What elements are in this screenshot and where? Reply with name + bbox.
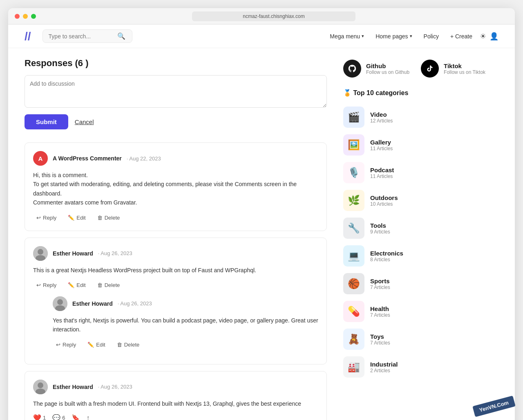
category-count: 12 Articles [370, 118, 393, 124]
github-text: Github Follow us on Github [366, 62, 409, 75]
comment-date: · Aug 26, 2023 [98, 384, 132, 390]
reply-button[interactable]: ↩ Reply [53, 340, 79, 349]
category-item[interactable]: 💊 Health 7 Articles [343, 298, 498, 325]
edit-button[interactable]: ✏️ Edit [65, 280, 89, 290]
bookmark-reaction[interactable]: 🔖 [72, 414, 80, 420]
category-item[interactable]: 🧸 Toys 7 Articles [343, 325, 498, 353]
url-bar: ncmaz-faust.chisnghiax.com [192, 11, 355, 21]
categories-title: 🏅 Top 10 categories [343, 89, 498, 97]
bookmark-icon: 🔖 [72, 414, 80, 420]
comment-card: Esther Howard · Aug 26, 2023 Yes that's … [53, 296, 318, 349]
category-count: 11 Articles [370, 146, 393, 151]
edit-button[interactable]: ✏️ Edit [65, 213, 89, 222]
category-item[interactable]: 🖼️ Gallery 11 Articles [343, 131, 498, 159]
form-actions: Submit Cancel [25, 114, 327, 129]
category-thumbnail: 🌿 [343, 190, 364, 211]
comment-body: The page is built with a fresh modern UI… [33, 399, 318, 408]
avatar: A [33, 151, 48, 166]
category-info: Tools 9 Articles [370, 222, 390, 235]
comment-card: A A WordPress Commenter · Aug 22, 2023 H… [25, 142, 327, 231]
reply-icon: ↩ [56, 342, 60, 348]
svg-point-4 [57, 299, 63, 305]
maximize-dot [31, 14, 36, 19]
category-item[interactable]: 🔧 Tools 9 Articles [343, 214, 498, 242]
category-count: 10 Articles [370, 201, 398, 207]
category-info: Toys 7 Articles [370, 333, 390, 346]
category-item[interactable]: 🌿 Outdoors 10 Articles [343, 187, 498, 214]
comment-body: Yes that's right, Nextjs is powerful. Yo… [53, 316, 318, 334]
share-reaction[interactable]: ↑ [86, 414, 89, 420]
social-row: Github Follow us on Github Tiktok Follow… [343, 56, 498, 78]
comment-author: A WordPress Commenter [53, 155, 122, 162]
chevron-down-icon: ▾ [362, 33, 364, 39]
comment-author: Esther Howard [72, 300, 113, 307]
heart-reaction: ❤️ 1 [33, 414, 46, 420]
reply-icon: ↩ [36, 215, 41, 221]
submit-button[interactable]: Submit [25, 114, 68, 129]
reply-button[interactable]: ↩ Reply [33, 213, 60, 222]
category-info: Video 12 Articles [370, 111, 393, 124]
category-thumbnail: 🖼️ [343, 134, 364, 156]
github-social[interactable]: Github Follow us on Github [343, 60, 409, 78]
theme-toggle-icon[interactable]: ☀ [480, 32, 486, 41]
category-item[interactable]: 🎙️ Podcast 11 Articles [343, 159, 498, 187]
discussion-textarea[interactable] [25, 75, 327, 108]
category-item[interactable]: 🏀 Sports 7 Articles [343, 270, 498, 298]
search-input[interactable] [49, 33, 114, 40]
comment-reaction: 💬 6 [52, 414, 65, 420]
policy-link[interactable]: Policy [420, 31, 443, 42]
search-bar[interactable]: 🔍 [42, 29, 132, 43]
comment-body: This is a great Nextjs Headless WordPres… [33, 266, 318, 275]
category-info: Sports 7 Articles [370, 278, 390, 290]
tiktok-text: Tiktok Follow us on Tiktok [444, 62, 485, 75]
delete-button[interactable]: 🗑 Delete [114, 340, 143, 349]
category-count: 2 Articles [370, 368, 398, 373]
category-count: 7 Articles [370, 312, 390, 318]
category-info: Industrial 2 Articles [370, 361, 398, 373]
category-thumbnail: 🧸 [343, 329, 364, 350]
comment-date: · Aug 26, 2023 [118, 300, 152, 307]
titlebar: ncmaz-faust.chisnghiax.com [8, 8, 515, 24]
comment-date: · Aug 26, 2023 [98, 250, 132, 256]
tiktok-icon [421, 60, 439, 78]
delete-button[interactable]: 🗑 Delete [94, 280, 123, 290]
category-item[interactable]: 🏭 Industrial 2 Articles [343, 353, 498, 381]
edit-button[interactable]: ✏️ Edit [84, 340, 108, 349]
comment-body: Hi, this is a comment. To get started wi… [33, 171, 318, 207]
github-icon [343, 60, 361, 78]
comment-header: Esther Howard · Aug 26, 2023 [33, 246, 318, 261]
category-info: Electronics 8 Articles [370, 250, 403, 262]
comment-card: Esther Howard · Aug 26, 2023 This is a g… [25, 238, 327, 364]
create-button[interactable]: + Create [446, 31, 476, 42]
category-count: 9 Articles [370, 229, 390, 235]
category-item[interactable]: 🎬 Video 12 Articles [343, 103, 498, 131]
avatar [33, 246, 48, 261]
close-dot [15, 14, 20, 19]
comment-actions: ↩ Reply ✏️ Edit 🗑 Delete [53, 340, 318, 349]
category-info: Podcast 11 Articles [370, 167, 394, 179]
nested-comment: Esther Howard · Aug 26, 2023 Yes that's … [53, 296, 318, 349]
category-name: Gallery [370, 139, 393, 146]
reply-button[interactable]: ↩ Reply [33, 280, 60, 290]
category-info: Gallery 11 Articles [370, 139, 393, 151]
comment-date: · Aug 22, 2023 [127, 156, 161, 162]
category-name: Podcast [370, 167, 394, 173]
comment-card: Esther Howard · Aug 26, 2023 The page is… [25, 371, 327, 420]
category-name: Video [370, 111, 393, 118]
category-name: Health [370, 305, 390, 312]
tiktok-social[interactable]: Tiktok Follow us on Tiktok [421, 60, 485, 78]
mega-menu-link[interactable]: Mega menu ▾ [326, 31, 368, 42]
category-item[interactable]: 💻 Electronics 8 Articles [343, 242, 498, 270]
trash-icon: 🗑 [117, 342, 122, 348]
category-name: Electronics [370, 250, 403, 257]
user-icon[interactable]: 👤 [489, 32, 498, 41]
home-pages-link[interactable]: Home pages ▾ [371, 31, 416, 42]
comment-header: Esther Howard · Aug 26, 2023 [53, 296, 318, 311]
category-thumbnail: 🎙️ [343, 162, 364, 183]
delete-button[interactable]: 🗑 Delete [94, 213, 123, 222]
cancel-button[interactable]: Cancel [75, 118, 94, 125]
trash-icon: 🗑 [97, 282, 103, 288]
category-info: Outdoors 10 Articles [370, 194, 398, 207]
heart-icon: ❤️ [33, 414, 41, 420]
category-thumbnail: 🎬 [343, 107, 364, 128]
